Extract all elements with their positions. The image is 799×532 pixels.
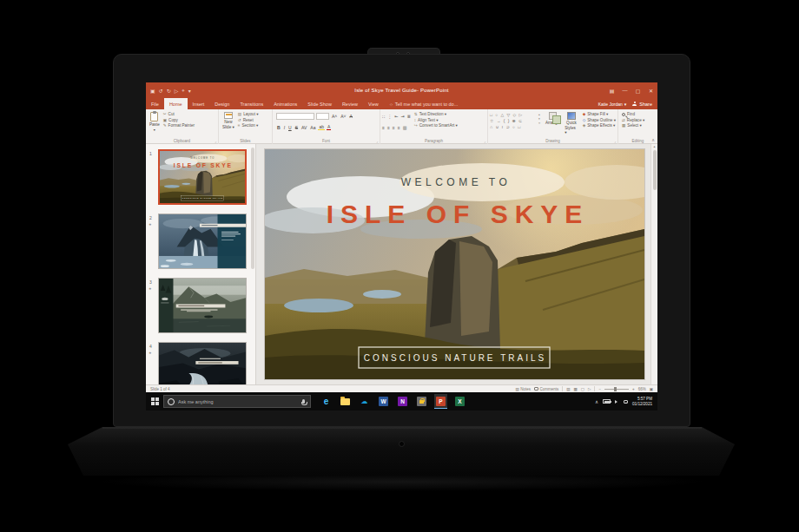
scrollbar-thumb[interactable] (653, 150, 657, 190)
underline-button[interactable]: U (287, 125, 293, 130)
clear-formatting-button[interactable]: A (349, 114, 353, 119)
tab-home[interactable]: Home (164, 98, 188, 109)
ribbon-display-options-icon[interactable]: ▤ (605, 82, 618, 98)
shapes-scroll-up-icon[interactable]: ▴ (538, 113, 540, 116)
replace-button[interactable]: ⇄ Replace ▾ (622, 118, 644, 122)
align-right-button[interactable]: ≡ (393, 125, 395, 130)
justify-button[interactable]: ≡ (398, 125, 400, 130)
section-button[interactable]: ≡ Section ▾ (238, 123, 259, 128)
notes-toggle[interactable]: ▤ Notes (515, 387, 531, 391)
onenote-app-icon[interactable]: N (396, 394, 409, 409)
format-painter-button[interactable]: ✎ Format Painter (163, 123, 195, 128)
copy-button[interactable]: ▣ Copy (163, 118, 195, 122)
redo-icon[interactable]: ↻ (167, 88, 171, 94)
clipboard-dialog-launcher[interactable]: ⌟ (215, 139, 216, 143)
drawing-dialog-launcher[interactable]: ⌟ (614, 139, 616, 143)
start-button[interactable] (146, 392, 163, 410)
battery-icon[interactable] (603, 399, 611, 404)
slide-show-button[interactable]: ▷ (588, 387, 591, 391)
shape-fill-button[interactable]: ◆ Shape Fill ▾ (583, 112, 616, 116)
search-input[interactable] (178, 399, 299, 404)
bold-button[interactable]: B (276, 125, 281, 130)
save-icon[interactable]: ▣ (150, 88, 155, 94)
columns-button[interactable]: ▥ (403, 125, 407, 130)
grow-font-button[interactable]: A˄ (331, 114, 338, 119)
tab-review[interactable]: Review (337, 98, 363, 109)
strikethrough-button[interactable]: S (294, 125, 299, 130)
align-text-button[interactable]: ↕ Align Text ▾ (414, 118, 458, 122)
font-dialog-launcher[interactable]: ⌟ (376, 139, 378, 143)
tab-design[interactable]: Design (209, 98, 234, 109)
word-app-icon[interactable]: W (377, 394, 390, 409)
edge-app-icon[interactable]: e (320, 394, 333, 409)
file-explorer-app-icon[interactable] (339, 394, 352, 409)
touch-mode-icon[interactable]: ⌖ (182, 88, 184, 94)
close-button[interactable]: ✕ (644, 82, 657, 98)
quick-styles-button[interactable]: Quick Styles ▾ (563, 111, 580, 136)
customize-qat-icon[interactable]: ▾ (188, 88, 191, 94)
powerpoint-app-icon[interactable]: P (434, 394, 447, 409)
tab-insert[interactable]: Insert (188, 98, 210, 109)
tab-transitions[interactable]: Transitions (234, 98, 268, 109)
zoom-slider-thumb[interactable] (614, 387, 617, 391)
shape-outline-button[interactable]: ◇ Shape Outline ▾ (583, 118, 616, 122)
onedrive-app-icon[interactable]: ☁ (358, 394, 371, 409)
tab-slide-show[interactable]: Slide Show (302, 98, 337, 109)
shrink-font-button[interactable]: A˅ (340, 114, 347, 119)
locked-app-icon[interactable] (415, 394, 428, 409)
tab-animations[interactable]: Animations (268, 98, 302, 109)
slide-4-frame[interactable] (158, 342, 247, 384)
new-slide-button[interactable]: New Slide ▾ (221, 111, 236, 136)
tab-view[interactable]: View (363, 98, 384, 109)
account-name[interactable]: Katie Jordan ▾ (598, 102, 627, 107)
show-hidden-icons-chevron[interactable]: ∧ (595, 399, 598, 404)
shapes-gallery-scrollbar[interactable]: ▴ ▾ ≡ (537, 111, 542, 136)
zoom-out-button[interactable]: − (598, 387, 601, 391)
shapes-scroll-down-icon[interactable]: ▾ (538, 117, 540, 121)
shapes-more-icon[interactable]: ≡ (538, 122, 540, 125)
start-from-beginning-icon[interactable]: ▷ (175, 88, 179, 94)
tell-me-box[interactable]: ☼ Tell me what you want to do... (384, 98, 464, 109)
excel-app-icon[interactable]: X (453, 394, 466, 409)
fit-slide-to-window-button[interactable]: ▣ (650, 387, 653, 391)
undo-icon[interactable]: ↺ (159, 88, 163, 94)
character-spacing-button[interactable]: AV (300, 125, 307, 130)
normal-view-button[interactable]: ▤ (566, 387, 570, 391)
cut-button[interactable]: ✂ Cut (163, 112, 195, 116)
align-center-button[interactable]: ≡ (387, 125, 390, 130)
slide-2-frame[interactable] (158, 213, 247, 269)
canvas-vertical-scrollbar[interactable]: ▴ (650, 144, 657, 384)
slide-sorter-view-button[interactable]: ▦ (573, 387, 577, 391)
font-size-combobox[interactable] (316, 113, 329, 120)
italic-button[interactable]: I (283, 125, 286, 130)
line-spacing-button[interactable]: ≣ (407, 114, 411, 119)
zoom-in-button[interactable]: + (632, 387, 635, 391)
current-slide[interactable] (265, 149, 644, 379)
zoom-slider[interactable] (604, 389, 629, 390)
reading-view-button[interactable]: ▢ (581, 387, 584, 391)
comments-toggle[interactable]: Comments (534, 387, 558, 391)
select-button[interactable]: ▦ Select ▾ (622, 123, 644, 128)
numbering-button[interactable]: ⋮ (387, 114, 392, 119)
text-highlight-button[interactable]: ab (318, 124, 325, 130)
arrange-button[interactable]: Arrange (544, 111, 561, 136)
cortana-search-box[interactable] (163, 395, 311, 408)
font-color-button[interactable]: A (327, 124, 331, 130)
taskbar-clock[interactable]: 5:57 PM 01/12/2021 (632, 397, 652, 406)
shapes-gallery[interactable]: □ ○ △ ▽ ◇ ▷ ☆ → ( ) ⊕ ⊂ ∩ ∪ ≀ ⊃ ○ □ (490, 111, 535, 136)
microphone-icon[interactable] (302, 399, 305, 404)
find-button[interactable]: Find (622, 112, 644, 116)
bullets-button[interactable]: ∷ (382, 114, 385, 119)
scroll-up-icon[interactable]: ▴ (653, 144, 655, 148)
increase-indent-button[interactable]: ⇥ (400, 114, 404, 119)
slide-1-frame[interactable] (158, 149, 247, 205)
tab-file[interactable]: File (146, 98, 164, 109)
convert-to-smartart-button[interactable]: ↪ Convert to SmartArt ▾ (414, 123, 458, 128)
shape-effects-button[interactable]: ◈ Shape Effects ▾ (583, 123, 616, 128)
decrease-indent-button[interactable]: ⇤ (394, 114, 398, 119)
text-direction-button[interactable]: ⇅ Text Direction ▾ (414, 112, 458, 116)
change-case-button[interactable]: Aa (309, 125, 316, 130)
slide-3-frame[interactable] (158, 278, 247, 333)
paragraph-dialog-launcher[interactable]: ⌟ (484, 139, 485, 143)
minimize-button[interactable]: — (618, 82, 631, 98)
